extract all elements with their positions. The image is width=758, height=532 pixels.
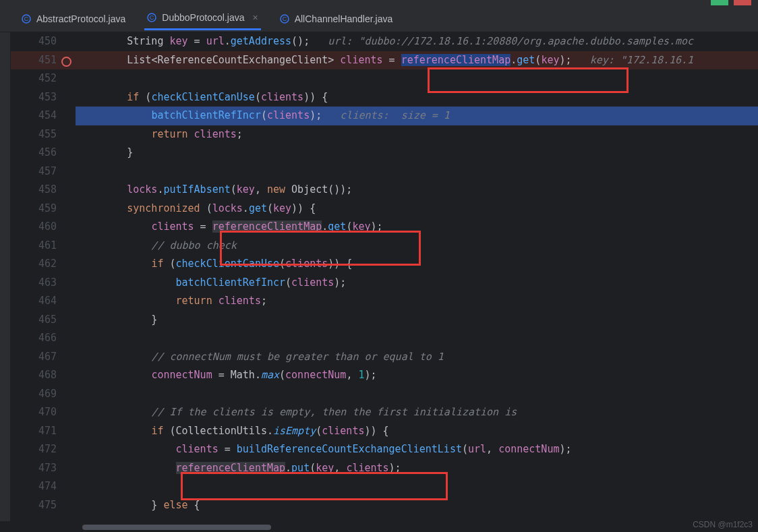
svg-text:C: C	[24, 16, 29, 22]
horizontal-scrollbar[interactable]	[76, 523, 758, 532]
code-line[interactable]: referenceClientMap.put(key, clients);	[76, 459, 758, 478]
java-class-icon: C	[147, 13, 156, 22]
code-line[interactable]: List<ReferenceCountExchangeClient> clien…	[76, 51, 758, 70]
code-line[interactable]: // If the clients is empty, then the fir…	[76, 403, 758, 422]
code-line[interactable]: synchronized (locks.get(key)) {	[76, 200, 758, 218]
code-line[interactable]: }	[76, 311, 758, 330]
scrollbar-thumb[interactable]	[82, 525, 271, 530]
code-line[interactable]	[76, 329, 758, 348]
code-line[interactable]: return clients;	[76, 125, 758, 144]
code-line[interactable]: return clients;	[76, 292, 758, 311]
code-line[interactable]: connectNum = Math.max(connectNum, 1);	[76, 366, 758, 385]
code-area[interactable]: String key = url.getAddress(); url: "dub…	[76, 32, 758, 521]
code-line[interactable]	[76, 477, 758, 496]
java-class-icon: C	[280, 14, 289, 24]
code-line[interactable]: batchClientRefIncr(clients);	[76, 274, 758, 293]
code-line[interactable]: } else {	[76, 496, 758, 515]
code-line[interactable]: if (checkClientCanUse(clients)) {	[76, 255, 758, 274]
top-toolbar	[0, 0, 758, 5]
code-line[interactable]: clients = buildReferenceCountExchangeCli…	[76, 440, 758, 459]
svg-text:C: C	[282, 16, 287, 22]
svg-text:C: C	[150, 14, 154, 21]
tab-label: AbstractProtocol.java	[36, 13, 125, 24]
code-line[interactable]: if (checkClientCanUse(clients)) {	[76, 88, 758, 107]
code-line[interactable]: batchClientRefIncr(clients); clients: si…	[76, 107, 758, 125]
code-line[interactable]: clients = referenceClientMap.get(key);	[76, 218, 758, 237]
tab-allchannelhandler[interactable]: C AllChannelHandler.java	[277, 8, 396, 30]
java-class-icon: C	[22, 14, 31, 24]
editor-tabs: C AbstractProtocol.java C DubboProtocol.…	[0, 5, 758, 32]
code-line[interactable]: if (CollectionUtils.isEmpty(clients)) {	[76, 422, 758, 441]
code-line[interactable]: String key = url.getAddress(); url: "dub…	[76, 32, 758, 51]
code-line[interactable]: // dubbo check	[76, 237, 758, 256]
run-button[interactable]	[711, 0, 728, 5]
tab-label: DubboProtocol.java	[162, 12, 244, 23]
stop-button[interactable]	[734, 0, 751, 5]
gutter[interactable]: 4504514524534544554564574584594604614624…	[11, 32, 76, 521]
tab-label: AllChannelHandler.java	[295, 13, 393, 24]
editor: 4504514524534544554564574584594604614624…	[0, 32, 758, 521]
code-line[interactable]: locks.putIfAbsent(key, new Object());	[76, 181, 758, 200]
code-line[interactable]	[76, 385, 758, 404]
tab-abstractprotocol[interactable]: C AbstractProtocol.java	[19, 8, 128, 30]
watermark: CSDN @m1f2c3	[693, 520, 753, 529]
code-line[interactable]: // connectNum must be greater than or eq…	[76, 348, 758, 367]
tab-dubboprotocol[interactable]: C DubboProtocol.java ×	[144, 7, 260, 30]
left-toolwindow-strip[interactable]	[0, 32, 11, 521]
code-line[interactable]	[76, 69, 758, 88]
code-line[interactable]: }	[76, 144, 758, 162]
code-line[interactable]	[76, 162, 758, 181]
close-icon[interactable]: ×	[252, 12, 258, 23]
